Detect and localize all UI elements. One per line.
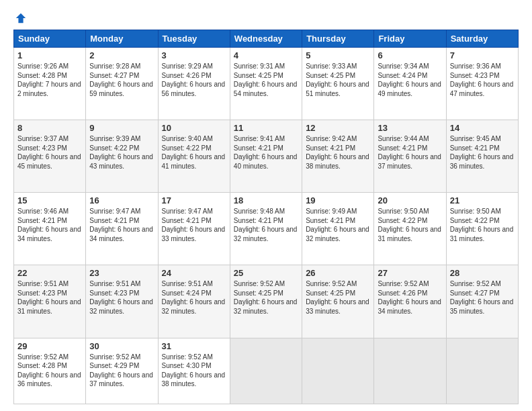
day-info: Sunrise: 9:31 AMSunset: 4:25 PMDaylight:… [234,62,298,97]
day-number: 1 [17,50,82,60]
day-number: 28 [450,268,515,278]
day-number: 16 [89,195,154,205]
day-cell-3: 3 Sunrise: 9:29 AMSunset: 4:26 PMDayligh… [158,48,230,120]
day-cell-29: 29 Sunrise: 9:52 AMSunset: 4:28 PMDaylig… [14,338,86,404]
logo-icon [15,12,27,24]
day-cell-12: 12 Sunrise: 9:42 AMSunset: 4:21 PMDaylig… [302,120,374,193]
day-info: Sunrise: 9:50 AMSunset: 4:22 PMDaylight:… [450,208,514,242]
day-number: 6 [378,50,442,60]
day-cell-14: 14 Sunrise: 9:45 AMSunset: 4:21 PMDaylig… [446,120,518,193]
day-cell-9: 9 Sunrise: 9:39 AMSunset: 4:22 PMDayligh… [86,120,158,193]
day-number: 4 [234,50,298,60]
day-header-wednesday: Wednesday [230,30,302,48]
day-number: 25 [234,268,298,278]
day-info: Sunrise: 9:41 AMSunset: 4:21 PMDaylight:… [234,135,298,170]
header [13,12,519,23]
day-info: Sunrise: 9:47 AMSunset: 4:21 PMDaylight:… [162,208,226,242]
day-number: 23 [89,268,154,278]
day-header-sunday: Sunday [14,30,86,48]
day-cell-10: 10 Sunrise: 9:40 AMSunset: 4:22 PMDaylig… [158,120,230,193]
day-info: Sunrise: 9:28 AMSunset: 4:27 PMDaylight:… [89,62,153,97]
calendar: SundayMondayTuesdayWednesdayThursdayFrid… [13,30,519,404]
day-number: 8 [17,123,82,133]
empty-cell [374,338,446,404]
day-number: 30 [89,341,154,351]
day-cell-30: 30 Sunrise: 9:52 AMSunset: 4:29 PMDaylig… [86,338,158,404]
day-info: Sunrise: 9:34 AMSunset: 4:24 PMDaylight:… [378,62,441,97]
day-number: 2 [89,50,154,60]
day-info: Sunrise: 9:33 AMSunset: 4:25 PMDaylight:… [306,62,369,97]
day-cell-26: 26 Sunrise: 9:52 AMSunset: 4:25 PMDaylig… [302,265,374,338]
svg-marker-0 [16,13,26,23]
day-info: Sunrise: 9:45 AMSunset: 4:21 PMDaylight:… [450,135,514,170]
day-info: Sunrise: 9:52 AMSunset: 4:28 PMDaylight:… [17,353,81,388]
day-cell-11: 11 Sunrise: 9:41 AMSunset: 4:21 PMDaylig… [230,120,302,193]
day-number: 14 [450,123,515,133]
day-header-tuesday: Tuesday [158,30,230,48]
day-cell-23: 23 Sunrise: 9:51 AMSunset: 4:23 PMDaylig… [86,265,158,338]
header-row: SundayMondayTuesdayWednesdayThursdayFrid… [14,30,519,48]
day-cell-17: 17 Sunrise: 9:47 AMSunset: 4:21 PMDaylig… [158,193,230,265]
day-info: Sunrise: 9:51 AMSunset: 4:23 PMDaylight:… [89,280,153,315]
day-info: Sunrise: 9:52 AMSunset: 4:25 PMDaylight:… [234,280,298,315]
day-number: 21 [450,195,515,205]
day-number: 11 [234,123,298,133]
day-cell-4: 4 Sunrise: 9:31 AMSunset: 4:25 PMDayligh… [230,48,302,120]
day-info: Sunrise: 9:49 AMSunset: 4:21 PMDaylight:… [306,208,369,242]
page: SundayMondayTuesdayWednesdayThursdayFrid… [0,0,532,411]
day-number: 13 [378,123,442,133]
day-number: 27 [378,268,442,278]
day-cell-20: 20 Sunrise: 9:50 AMSunset: 4:22 PMDaylig… [374,193,446,265]
day-number: 3 [162,50,226,60]
day-cell-15: 15 Sunrise: 9:46 AMSunset: 4:21 PMDaylig… [14,193,86,265]
day-cell-22: 22 Sunrise: 9:51 AMSunset: 4:23 PMDaylig… [14,265,86,338]
day-info: Sunrise: 9:44 AMSunset: 4:21 PMDaylight:… [378,135,441,170]
day-cell-24: 24 Sunrise: 9:51 AMSunset: 4:24 PMDaylig… [158,265,230,338]
day-number: 20 [378,195,442,205]
day-cell-5: 5 Sunrise: 9:33 AMSunset: 4:25 PMDayligh… [302,48,374,120]
day-info: Sunrise: 9:26 AMSunset: 4:28 PMDaylight:… [17,62,81,97]
logo-text [13,12,27,24]
day-cell-6: 6 Sunrise: 9:34 AMSunset: 4:24 PMDayligh… [374,48,446,120]
day-number: 9 [89,123,154,133]
day-info: Sunrise: 9:50 AMSunset: 4:22 PMDaylight:… [378,208,441,242]
day-info: Sunrise: 9:37 AMSunset: 4:23 PMDaylight:… [17,135,81,170]
day-info: Sunrise: 9:52 AMSunset: 4:25 PMDaylight:… [306,280,369,315]
day-info: Sunrise: 9:40 AMSunset: 4:22 PMDaylight:… [162,135,226,170]
day-cell-31: 31 Sunrise: 9:52 AMSunset: 4:30 PMDaylig… [158,338,230,404]
day-cell-25: 25 Sunrise: 9:52 AMSunset: 4:25 PMDaylig… [230,265,302,338]
day-info: Sunrise: 9:52 AMSunset: 4:29 PMDaylight:… [89,353,153,388]
day-number: 26 [306,268,370,278]
day-cell-8: 8 Sunrise: 9:37 AMSunset: 4:23 PMDayligh… [14,120,86,193]
day-number: 7 [450,50,515,60]
day-header-friday: Friday [374,30,446,48]
day-info: Sunrise: 9:46 AMSunset: 4:21 PMDaylight:… [17,208,81,242]
day-info: Sunrise: 9:51 AMSunset: 4:24 PMDaylight:… [162,280,226,315]
day-cell-18: 18 Sunrise: 9:48 AMSunset: 4:21 PMDaylig… [230,193,302,265]
day-info: Sunrise: 9:39 AMSunset: 4:22 PMDaylight:… [89,135,153,170]
day-info: Sunrise: 9:47 AMSunset: 4:21 PMDaylight:… [89,208,153,242]
empty-cell [230,338,302,404]
day-info: Sunrise: 9:52 AMSunset: 4:27 PMDaylight:… [450,280,514,315]
day-cell-7: 7 Sunrise: 9:36 AMSunset: 4:23 PMDayligh… [446,48,518,120]
day-header-monday: Monday [86,30,158,48]
day-number: 31 [162,341,226,351]
day-cell-1: 1 Sunrise: 9:26 AMSunset: 4:28 PMDayligh… [14,48,86,120]
day-info: Sunrise: 9:42 AMSunset: 4:21 PMDaylight:… [306,135,369,170]
day-number: 29 [17,341,82,351]
day-info: Sunrise: 9:36 AMSunset: 4:23 PMDaylight:… [450,62,514,97]
day-cell-28: 28 Sunrise: 9:52 AMSunset: 4:27 PMDaylig… [446,265,518,338]
empty-cell [302,338,374,404]
day-info: Sunrise: 9:48 AMSunset: 4:21 PMDaylight:… [234,208,298,242]
day-cell-16: 16 Sunrise: 9:47 AMSunset: 4:21 PMDaylig… [86,193,158,265]
day-cell-13: 13 Sunrise: 9:44 AMSunset: 4:21 PMDaylig… [374,120,446,193]
day-number: 10 [162,123,226,133]
day-cell-27: 27 Sunrise: 9:52 AMSunset: 4:26 PMDaylig… [374,265,446,338]
day-info: Sunrise: 9:51 AMSunset: 4:23 PMDaylight:… [17,280,81,315]
day-header-thursday: Thursday [302,30,374,48]
day-number: 19 [306,195,370,205]
day-number: 17 [162,195,226,205]
day-number: 12 [306,123,370,133]
day-cell-21: 21 Sunrise: 9:50 AMSunset: 4:22 PMDaylig… [446,193,518,265]
day-number: 24 [162,268,226,278]
